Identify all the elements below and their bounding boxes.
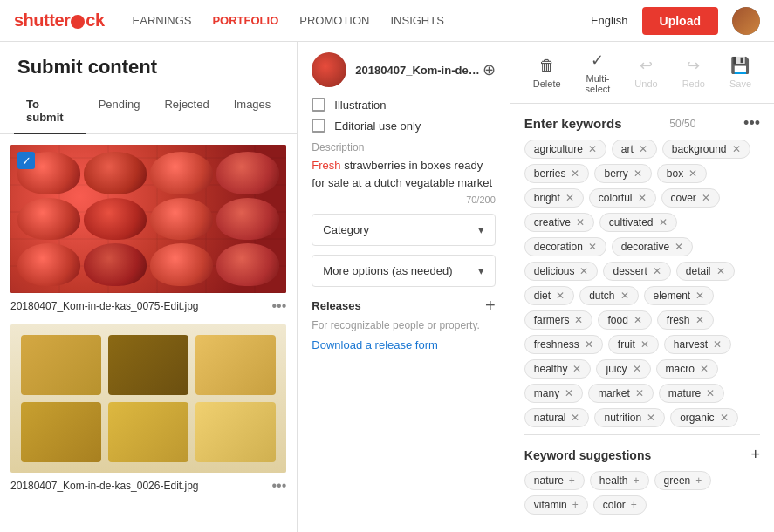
keyword-label: juicy: [606, 363, 627, 375]
keyword-tag: freshness✕: [524, 335, 603, 354]
suggestion-add-icon[interactable]: +: [572, 499, 579, 511]
keyword-remove-icon[interactable]: ✕: [565, 192, 574, 204]
keyword-tag: element✕: [644, 286, 715, 305]
nav-insights[interactable]: INSIGHTS: [390, 14, 443, 27]
keyword-tag: organic✕: [670, 408, 737, 427]
delete-button[interactable]: 🗑 Delete: [521, 51, 573, 94]
keyword-remove-icon[interactable]: ✕: [695, 290, 704, 302]
keyword-tag: creative✕: [524, 213, 594, 232]
keyword-remove-icon[interactable]: ✕: [638, 192, 647, 204]
illustration-row: Illustration: [312, 98, 495, 112]
multiselect-button[interactable]: ✓ Multi-select: [573, 45, 623, 99]
keyword-remove-icon[interactable]: ✕: [588, 241, 597, 253]
keyword-remove-icon[interactable]: ✕: [716, 265, 725, 277]
keyword-remove-icon[interactable]: ✕: [571, 167, 579, 180]
keyword-remove-icon[interactable]: ✕: [572, 363, 581, 375]
keyword-remove-icon[interactable]: ✕: [640, 338, 649, 351]
keyword-remove-icon[interactable]: ✕: [585, 338, 593, 351]
description-text[interactable]: Fresh strawberries in boxes ready for sa…: [312, 157, 495, 191]
nav-earnings[interactable]: EARNINGS: [133, 14, 192, 27]
keyword-remove-icon[interactable]: ✕: [659, 216, 668, 228]
editorial-checkbox[interactable]: [312, 119, 325, 133]
keyword-remove-icon[interactable]: ✕: [556, 290, 565, 302]
nav-promotion[interactable]: PROMOTION: [299, 14, 369, 27]
tab-images[interactable]: Images: [222, 89, 284, 133]
keyword-remove-icon[interactable]: ✕: [571, 412, 579, 424]
keyword-remove-icon[interactable]: ✕: [620, 290, 629, 302]
suggestion-add-icon[interactable]: +: [569, 474, 575, 487]
avatar[interactable]: [732, 7, 760, 35]
save-button[interactable]: 💾 Save: [717, 51, 764, 94]
left-panel: Submit content To submit Pending Rejecte…: [0, 42, 298, 532]
suggestion-add-icon[interactable]: +: [634, 474, 640, 487]
keyword-remove-icon[interactable]: ✕: [720, 412, 729, 424]
image-menu-1[interactable]: •••: [272, 298, 287, 314]
tab-pending[interactable]: Pending: [86, 89, 153, 134]
keyword-label: detail: [686, 265, 711, 277]
redo-button[interactable]: ↪ Redo: [670, 51, 717, 94]
keyword-remove-icon[interactable]: ✕: [732, 143, 741, 155]
keyword-remove-icon[interactable]: ✕: [713, 338, 722, 351]
keywords-panel: Enter keywords 50/50 ••• agriculture✕art…: [510, 104, 774, 532]
keyword-label: background: [672, 143, 727, 155]
keyword-remove-icon[interactable]: ✕: [588, 143, 597, 155]
tab-rejected[interactable]: Rejected: [152, 89, 221, 134]
category-section[interactable]: Category ▾: [312, 214, 495, 246]
tab-to-submit[interactable]: To submit: [14, 89, 86, 134]
keyword-label: food: [607, 314, 627, 326]
suggestion-add-icon[interactable]: +: [631, 499, 637, 511]
keyword-remove-icon[interactable]: ✕: [576, 216, 585, 228]
keyword-remove-icon[interactable]: ✕: [700, 363, 709, 375]
keyword-remove-icon[interactable]: ✕: [675, 241, 683, 253]
zoom-icon[interactable]: ⊕: [483, 60, 496, 79]
keyword-remove-icon[interactable]: ✕: [688, 167, 697, 180]
image-thumb-chips[interactable]: [10, 324, 286, 473]
keyword-remove-icon[interactable]: ✕: [634, 314, 642, 326]
illustration-checkbox[interactable]: [312, 98, 325, 112]
keyword-tag: mature✕: [659, 384, 724, 403]
undo-button[interactable]: ↩ Undo: [622, 51, 669, 94]
image-menu-2[interactable]: •••: [272, 478, 287, 494]
suggestions-add-icon[interactable]: +: [750, 446, 760, 464]
language-button[interactable]: English: [591, 14, 628, 27]
keywords-count: 50/50: [669, 118, 695, 130]
suggestion-label: nature: [534, 474, 564, 487]
toolbar: 🗑 Delete ✓ Multi-select ↩ Undo ↪ Redo 💾 …: [510, 42, 774, 104]
suggestion-tag: health+: [590, 471, 649, 490]
releases-section: Releases + For recognizable people or pr…: [312, 296, 495, 351]
keyword-label: healthy: [534, 363, 568, 375]
image-thumb-strawberry[interactable]: ✓: [10, 145, 286, 293]
suggestion-tags: nature+health+green+vitamin+color+: [524, 471, 760, 515]
keyword-label: box: [667, 167, 683, 180]
keyword-remove-icon[interactable]: ✕: [653, 265, 661, 277]
releases-link[interactable]: Download a release form: [312, 338, 495, 351]
keyword-remove-icon[interactable]: ✕: [633, 363, 641, 375]
releases-desc: For recognizable people or property.: [312, 319, 495, 331]
suggestion-add-icon[interactable]: +: [695, 474, 702, 487]
keyword-label: farmers: [534, 314, 570, 326]
keyword-remove-icon[interactable]: ✕: [706, 387, 715, 399]
keyword-remove-icon[interactable]: ✕: [695, 314, 704, 326]
keyword-remove-icon[interactable]: ✕: [702, 192, 710, 204]
releases-add-icon[interactable]: +: [485, 296, 496, 316]
upload-button[interactable]: Upload: [642, 7, 718, 35]
more-options[interactable]: More options (as needed) ▾: [312, 255, 495, 287]
suggestion-label: green: [664, 474, 691, 487]
middle-panel: 20180407_Kom-in-de-k... ⊕ Illustration E…: [298, 42, 510, 532]
keyword-remove-icon[interactable]: ✕: [647, 412, 655, 424]
keywords-menu-icon[interactable]: •••: [743, 114, 760, 133]
keyword-label: colorful: [599, 192, 633, 204]
image-checkbox[interactable]: ✓: [17, 152, 35, 169]
keyword-tag: berry✕: [594, 164, 651, 183]
keyword-label: decoration: [534, 241, 583, 253]
keyword-tag: market✕: [588, 384, 654, 403]
keyword-remove-icon[interactable]: ✕: [639, 143, 647, 155]
keyword-remove-icon[interactable]: ✕: [574, 314, 583, 326]
keyword-remove-icon[interactable]: ✕: [634, 167, 642, 180]
keyword-remove-icon[interactable]: ✕: [579, 265, 588, 277]
keyword-remove-icon[interactable]: ✕: [635, 387, 644, 399]
keyword-remove-icon[interactable]: ✕: [565, 387, 573, 399]
main-container: Submit content To submit Pending Rejecte…: [0, 42, 774, 532]
nav-portfolio[interactable]: PORTFOLIO: [212, 14, 278, 27]
more-options-dropdown-icon: ▾: [478, 264, 484, 277]
